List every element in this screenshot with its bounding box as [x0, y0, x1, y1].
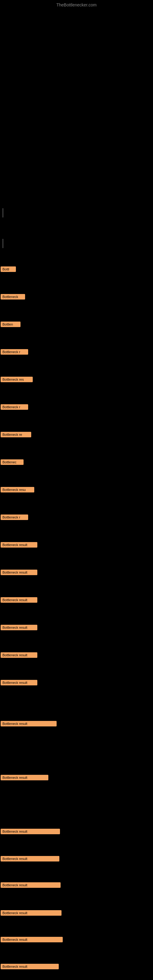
bottleneck-item: Bottleneck result [1, 542, 37, 547]
bottleneck-item: Bottleneck result [1, 775, 48, 780]
bottleneck-item: Bottleneck re [1, 432, 31, 438]
bottleneck-item: Bottleneck result [1, 570, 37, 575]
vertical-bar-1 [2, 208, 3, 218]
bottleneck-item: Bottl [1, 266, 16, 272]
bottleneck-item: Bottlen [1, 321, 21, 327]
bottleneck-item: Bottleneck result [1, 910, 62, 916]
site-title: TheBottlenecker.com [56, 2, 97, 7]
bottleneck-item: Bottleneck result [1, 652, 37, 658]
bottleneck-item: Bottlenec [1, 460, 24, 465]
bottleneck-item: Bottleneck result [1, 829, 60, 834]
bottleneck-item: Bottleneck result [1, 597, 37, 603]
bottleneck-item: Bottleneck r [1, 514, 28, 520]
bottleneck-item: Bottleneck result [1, 721, 57, 726]
bottleneck-item: Bottleneck result [1, 882, 61, 888]
bottleneck-item: Bottleneck result [1, 856, 59, 861]
bottleneck-item: Bottleneck [1, 294, 25, 299]
vertical-bar-2 [2, 239, 3, 248]
bottleneck-item: Bottleneck result [1, 964, 59, 969]
bottleneck-item: Bottleneck r [1, 404, 28, 410]
bottleneck-item: Bottleneck result [1, 625, 37, 630]
bottleneck-item: Bottleneck r [1, 349, 28, 355]
bottleneck-item: Bottleneck result [1, 680, 37, 686]
bottleneck-item: Bottleneck res [1, 377, 33, 382]
bottleneck-item: Bottleneck result [1, 937, 63, 942]
bottleneck-item: Bottleneck resu [1, 487, 34, 492]
